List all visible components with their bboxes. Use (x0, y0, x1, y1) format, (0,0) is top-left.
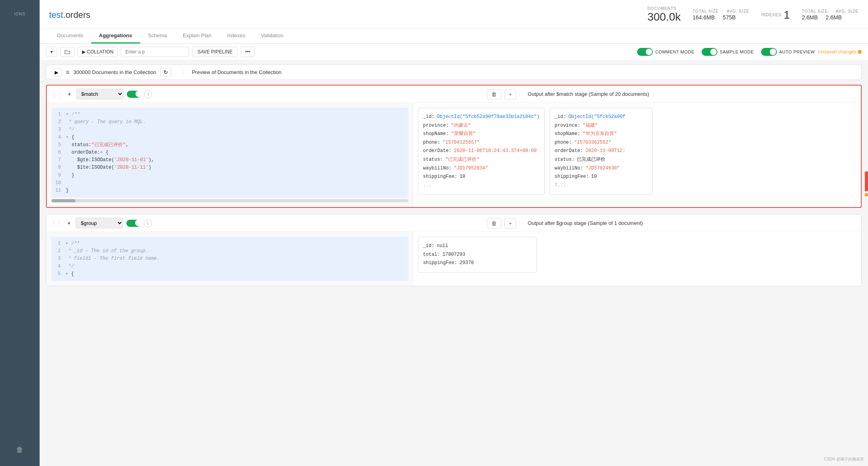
match-stage-body: 1 ▾ /** 2 * query - The query in MQL. 3 … (47, 103, 861, 207)
tab-explain-plan[interactable]: Explain Plan (175, 29, 219, 44)
group-stage: ⋮⋮ ▾ $group $match $project $sort $limit… (46, 214, 862, 286)
field-shopname-2: shopName: "华为京东自营" (555, 130, 647, 139)
match-output-label: Output after $match stage (Sample of 20 … (528, 91, 649, 97)
save-pipeline-button[interactable]: SAVE PIPELINE (192, 47, 237, 57)
code-line-11: 11 } (55, 187, 405, 194)
collection-refresh-button[interactable]: ↻ (160, 68, 172, 76)
match-output-cards: _id: ObjectId("5fcb52a90f78ae33b1a2104c"… (418, 108, 856, 195)
group-collapse-button[interactable]: ▾ (65, 220, 72, 227)
code-line-8: 8 $lte:ISODate('2020-11-11') (55, 164, 405, 171)
code-line-7: 7 $gte:ISODate('2020-11-01'), (55, 156, 405, 164)
group-drag-handle[interactable]: ⋮⋮ (51, 220, 62, 226)
total-size-value: 164.6MB (692, 14, 715, 21)
group-delete-button[interactable]: 🗑 (487, 218, 501, 228)
main-content: test . orders DOCUMENTS 300.0k TOTAL SIZ… (40, 0, 868, 466)
field-shippingfee-2: shippingFee: 10 (555, 173, 647, 181)
collection-icon: ≡ (66, 69, 69, 76)
group-info-button[interactable]: i (144, 219, 152, 227)
indexes-total-size-value: 2.6MB (802, 14, 818, 21)
match-code-editor[interactable]: 1 ▾ /** 2 * query - The query in MQL. 3 … (52, 108, 408, 198)
code-line-5: 5 status:"已完成已评价", (55, 141, 405, 149)
match-stage-select[interactable]: $match $group $project $sort $limit $ski… (76, 89, 124, 99)
code-line-1: 1 ▾ /** (55, 111, 405, 118)
group-add-button[interactable]: + (504, 218, 516, 228)
dropdown-button[interactable]: ▾ (46, 47, 57, 57)
tab-schema[interactable]: Schema (140, 29, 175, 44)
pipeline-content: ▶ ≡ 300000 Documents in the Collection ↻… (40, 61, 868, 466)
match-info-button[interactable]: i (144, 90, 152, 98)
sample-mode-toggle[interactable] (702, 48, 717, 56)
match-stage: ⋮⋮ ▾ $match $group $project $sort $limit… (46, 85, 862, 208)
code-line-9: 9 } (55, 172, 405, 179)
field-province-2: province: "福建" (555, 122, 647, 130)
collection-stage-label: 300000 Documents in the Collection (73, 69, 156, 75)
tab-aggregations[interactable]: Aggregations (91, 29, 140, 44)
group-stage-toggle[interactable] (126, 220, 141, 227)
group-code-line-1: 1 ▾ /** (54, 240, 405, 247)
field-id-1: _id: ObjectId("5fcb52a90f78ae33b1a2104c"… (423, 113, 540, 122)
group-field-shippingfee: shippingFee: 29370 (423, 259, 532, 268)
indexes-avg-size-label: AVG. SIZE (836, 9, 858, 13)
match-stage-toggle[interactable] (127, 91, 141, 98)
folder-button[interactable] (60, 47, 74, 57)
unsaved-label: Unsaved changes (818, 49, 856, 55)
sample-mode-group: SAMPLE MODE (702, 48, 754, 56)
watermark: CSDN @橘子的脑袋里 (824, 456, 864, 462)
db-name: test (49, 10, 63, 20)
group-code-pane: 1 ▾ /** 2 * _id - The id of the group. 3… (46, 232, 413, 286)
match-code-pane: 1 ▾ /** 2 * query - The query in MQL. 3 … (47, 103, 413, 207)
group-stage-select[interactable]: $group $match $project $sort $limit (76, 218, 123, 228)
collection-name: orders (66, 10, 90, 20)
code-scrollbar-thumb[interactable] (52, 199, 75, 202)
code-line-6: 6 orderDate:▾ { (55, 149, 405, 156)
field-phone-2: phone: "15703362552" (555, 139, 647, 147)
match-add-button[interactable]: + (504, 89, 516, 99)
collection-stage: ▶ ≡ 300000 Documents in the Collection ↻… (46, 65, 862, 80)
scroll-indicator[interactable] (865, 171, 868, 191)
sample-mode-label: SAMPLE MODE (720, 49, 754, 54)
tabs: Documents Aggregations Schema Explain Pl… (40, 29, 868, 44)
sidebar-label: IONS (14, 8, 25, 20)
avg-size-label: AVG. SIZE (727, 9, 749, 13)
collection-header: test . orders DOCUMENTS 300.0k TOTAL SIZ… (40, 0, 868, 29)
more-options-button[interactable]: ••• (241, 47, 255, 57)
collection-expand-button[interactable]: ▶ (51, 68, 62, 76)
documents-label: DOCUMENTS (647, 6, 681, 11)
auto-preview-label: AUTO PREVIEW (779, 49, 815, 54)
field-status-1: status: "已完成已评价" (423, 156, 540, 164)
collection-output-label: Preview of Documents in the Collection (192, 69, 281, 75)
match-doc-2: _id: ObjectId("5fcb52a90f province: "福建"… (549, 108, 652, 195)
group-code-editor[interactable]: 1 ▾ /** 2 * _id - The id of the group. 3… (51, 237, 408, 281)
field-waybillno-2: waybillNo: "JD57924630" (555, 164, 647, 173)
tab-documents[interactable]: Documents (49, 29, 91, 44)
match-drag-handle[interactable]: ⋮⋮ (52, 91, 63, 97)
code-line-10: 10 (55, 179, 405, 187)
field-shopname-1: shopName: "荣耀自营" (423, 130, 540, 139)
field-total-1: ... (423, 181, 540, 190)
auto-preview-toggle[interactable] (761, 48, 777, 56)
group-code-line-4: 4 */ (54, 263, 405, 270)
pipeline-name-input[interactable] (121, 47, 189, 57)
field-shippingfee-1: shippingFee: 10 (423, 173, 540, 181)
tab-indexes[interactable]: Indexes (219, 29, 254, 44)
indexes-value: 1 (784, 9, 790, 21)
size-stats: TOTAL SIZE AVG. SIZE 164.6MB 575B (692, 9, 749, 21)
field-orderdate-1: orderDate: 2020-11-06T10:24:43.374+00:00 (423, 147, 540, 156)
scroll-position-marker (865, 193, 868, 196)
match-delete-button[interactable]: 🗑 (487, 89, 501, 99)
match-output-pane: _id: ObjectId("5fcb52a90f78ae33b1a2104c"… (413, 103, 861, 207)
tab-validation[interactable]: Validation (253, 29, 291, 44)
code-line-2: 2 * query - The query in MQL. (55, 118, 405, 126)
collation-button[interactable]: ▶ COLLATION (78, 47, 118, 57)
match-doc-1: _id: ObjectId("5fcb52a90f78ae33b1a2104c"… (418, 108, 545, 195)
group-stage-body: 1 ▾ /** 2 * _id - The id of the group. 3… (46, 232, 861, 286)
group-doc-1: _id: null total: 17807293 shippingFee: 2… (418, 237, 537, 273)
sidebar-trash-icon[interactable]: 🗑 (16, 446, 23, 454)
total-size-label: TOTAL SIZE (692, 9, 719, 13)
field-id-2: _id: ObjectId("5fcb52a90f (555, 113, 647, 122)
comment-mode-toggle[interactable] (637, 48, 653, 56)
group-stage-header: ⋮⋮ ▾ $group $match $project $sort $limit… (46, 215, 861, 232)
match-collapse-button[interactable]: ▾ (66, 91, 73, 98)
code-scrollbar[interactable] (52, 199, 408, 202)
comment-mode-label: COMMENT MODE (655, 49, 694, 54)
